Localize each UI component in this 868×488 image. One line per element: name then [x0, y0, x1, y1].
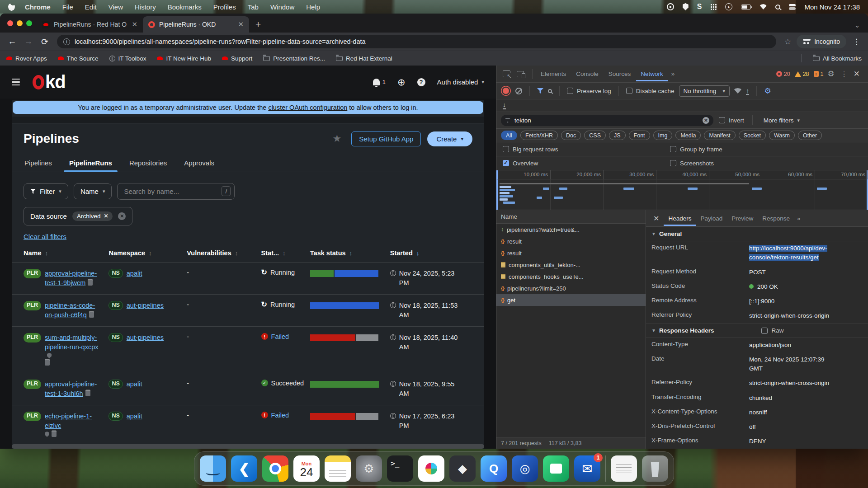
request-list-header[interactable]: Name — [496, 210, 646, 224]
invert-checkbox[interactable]: Invert — [719, 117, 744, 124]
request-row[interactable]: {}result — [496, 235, 646, 247]
tab-console[interactable]: Console — [571, 66, 603, 81]
dock-calendar-icon[interactable]: Mon 24 — [293, 455, 320, 482]
quick-create-button[interactable]: ⊕ — [397, 77, 406, 87]
tab-response[interactable]: Response — [758, 211, 794, 226]
browser-tab-okd[interactable]: PipelineRuns · OKD ✕ — [143, 16, 249, 33]
apple-menu-icon[interactable] — [8, 3, 15, 11]
dock-slack-icon[interactable] — [418, 455, 444, 482]
okd-logo[interactable]: kd — [33, 72, 66, 92]
bookmark-redhat-external[interactable]: Red Hat External — [336, 55, 392, 62]
stacks-icon[interactable]: S — [697, 3, 702, 10]
chip-font[interactable]: Font — [629, 131, 650, 140]
search-icon[interactable] — [548, 89, 552, 93]
clear-network-log-icon[interactable] — [515, 88, 522, 94]
more-tabs-icon[interactable]: » — [669, 70, 678, 77]
tab-elements[interactable]: Elements — [536, 66, 571, 81]
pipelinerun-link[interactable]: echo-pipeline-1-eizlvc — [45, 413, 92, 429]
bookmark-it-toolbox[interactable]: IT Toolbox — [109, 55, 146, 62]
raw-checkbox[interactable]: Raw — [761, 327, 783, 334]
devtools-settings-icon[interactable]: ⚙ — [825, 69, 838, 79]
tab-pipelines[interactable]: Pipelines — [24, 155, 53, 172]
browser-menu-icon[interactable]: ⋮ — [849, 37, 863, 47]
request-url-value[interactable]: http://localhost:9000/api/dev-console/te… — [749, 245, 827, 261]
filter-icon[interactable] — [537, 88, 543, 94]
throttling-select[interactable]: No throttling▾ — [679, 85, 730, 97]
big-request-rows-checkbox[interactable]: Big request rows — [503, 146, 670, 153]
error-count-badge[interactable]: ✕20 — [776, 71, 790, 77]
col-status[interactable]: Stat...↕ — [261, 245, 310, 263]
chip-js[interactable]: JS — [609, 131, 626, 140]
forward-button[interactable]: → — [22, 37, 35, 47]
address-bar[interactable]: i localhost:9000/pipelines/all-namespace… — [57, 35, 776, 48]
all-bookmarks-button[interactable]: All Bookmarks — [813, 55, 862, 62]
warning-count-badge[interactable]: 28 — [795, 71, 809, 77]
col-started[interactable]: Started↓ — [390, 245, 484, 263]
notifications-button[interactable]: 1 — [373, 79, 386, 85]
col-name[interactable]: Name↕ — [12, 245, 108, 263]
group-by-frame-checkbox[interactable]: Group by frame — [670, 146, 837, 153]
request-row[interactable]: ↕pipelineruns?watch=true&... — [496, 224, 646, 235]
network-settings-icon[interactable]: ⚙ — [764, 86, 771, 96]
namespace-link[interactable]: apalit — [127, 269, 142, 278]
search-input[interactable]: Search by name... / — [117, 183, 235, 200]
tab-preview[interactable]: Preview — [727, 211, 758, 226]
download-har-icon[interactable]: ↓ — [503, 102, 506, 109]
help-button[interactable]: ? — [417, 78, 425, 86]
tab-payload[interactable]: Payload — [696, 211, 727, 226]
bookmark-the-source[interactable]: The Source — [58, 55, 99, 62]
bookmark-it-new-hire-hub[interactable]: IT New Hire Hub — [157, 55, 211, 62]
chip-manifest[interactable]: Manifest — [704, 131, 735, 140]
oauth-config-link[interactable]: cluster OAuth configuration — [268, 104, 347, 111]
dock-app-blue-icon[interactable]: ◎ — [512, 455, 538, 482]
dock-trash-icon[interactable] — [642, 455, 668, 482]
task-status-bar[interactable] — [310, 413, 379, 420]
menu-window[interactable]: Window — [270, 3, 294, 11]
clear-chip-group-icon[interactable]: ✕ — [118, 212, 126, 220]
archived-chip[interactable]: Archived ✕ — [72, 211, 113, 221]
task-status-bar[interactable] — [310, 302, 379, 309]
wifi-icon[interactable] — [760, 4, 767, 9]
request-row[interactable]: {}result — [496, 247, 646, 259]
pipelinerun-link[interactable]: pipeline-as-code-on-push-c6f4q — [45, 302, 95, 319]
bookmark-rover-apps[interactable]: Rover Apps — [6, 55, 47, 62]
tab-search-icon[interactable]: ⌄ — [851, 22, 863, 33]
site-info-icon[interactable]: i — [63, 38, 70, 45]
menu-edit[interactable]: Edit — [85, 3, 97, 11]
issues-count-badge[interactable]: !1 — [814, 71, 824, 77]
tab-network[interactable]: Network — [636, 66, 668, 81]
network-filter-input[interactable]: tekton ✕ — [501, 115, 713, 126]
setup-github-app-button[interactable]: Setup GitHub App — [351, 131, 421, 146]
record-network-log-button[interactable] — [503, 88, 509, 94]
tab-headers[interactable]: Headers — [664, 211, 696, 226]
clear-all-filters-link[interactable]: Clear all filters — [24, 233, 66, 240]
menu-view[interactable]: View — [108, 3, 123, 11]
tab-approvals[interactable]: Approvals — [183, 155, 215, 172]
menu-help[interactable]: Help — [306, 3, 320, 11]
play-icon[interactable]: ▸ — [725, 3, 732, 10]
task-status-bar[interactable] — [310, 381, 379, 388]
more-filters-button[interactable]: More filters▾ — [764, 117, 800, 124]
request-row[interactable]: components_utils_tekton-... — [496, 259, 646, 271]
back-button[interactable]: ← — [5, 37, 19, 47]
network-overview[interactable] — [496, 179, 868, 210]
namespace-link[interactable]: aut-pipelines — [127, 301, 164, 310]
name-dropdown[interactable]: Name ▾ — [74, 183, 112, 199]
clear-filter-icon[interactable]: ✕ — [703, 117, 709, 124]
overview-checkbox[interactable]: Overview — [503, 160, 670, 167]
dock-finder-icon[interactable] — [200, 455, 226, 482]
dock-vscode-icon[interactable]: ❮ — [231, 455, 257, 482]
battery-icon[interactable] — [741, 5, 751, 9]
chip-other[interactable]: Other — [798, 131, 822, 140]
menu-bookmarks[interactable]: Bookmarks — [168, 3, 202, 11]
device-toolbar-icon[interactable] — [517, 71, 524, 77]
timeline-ruler[interactable]: 10,000 ms 20,000 ms 30,000 ms 40,000 ms … — [496, 170, 868, 179]
remove-chip-icon[interactable]: ✕ — [104, 213, 108, 219]
dock-notes-icon[interactable] — [325, 455, 351, 482]
tab-sources[interactable]: Sources — [604, 66, 636, 81]
horizontal-scrollbar[interactable] — [12, 444, 484, 449]
import-har-icon[interactable]: ↑ — [746, 87, 750, 95]
namespace-link[interactable]: apalit — [127, 412, 142, 421]
menu-tab[interactable]: Tab — [248, 3, 259, 11]
menu-history[interactable]: History — [135, 3, 156, 11]
